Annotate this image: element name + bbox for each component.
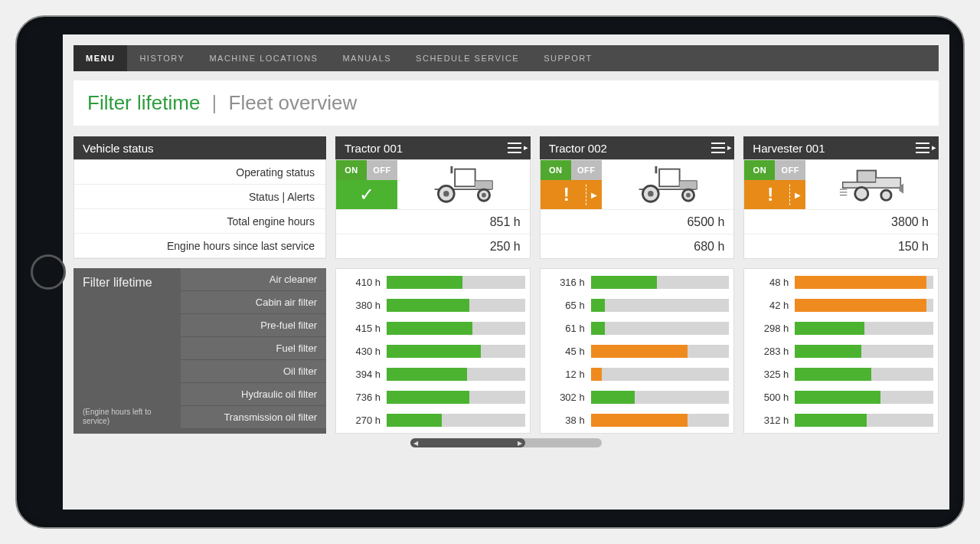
filter-row: 38 h xyxy=(545,408,730,431)
menu-icon[interactable] xyxy=(508,143,521,153)
filter-row: 325 h xyxy=(749,362,933,385)
vehicle-name: Tractor 001 xyxy=(345,142,403,155)
page-title: Filter lifetime | Fleet overview xyxy=(74,80,939,126)
status-alert-warn[interactable]: ▶ xyxy=(541,180,602,209)
filter-bar xyxy=(591,276,730,289)
tablet-frame: MENUHISTORYMACHINE LOCATIONSMANUALSSCHED… xyxy=(15,15,965,529)
filter-hours-value: 415 h xyxy=(341,323,381,334)
filter-hours-value: 283 h xyxy=(749,346,789,357)
vehicle-name: Tractor 002 xyxy=(549,142,607,155)
scroll-thumb[interactable]: ◀▶ xyxy=(410,438,525,447)
navbar: MENUHISTORYMACHINE LOCATIONSMANUALSSCHED… xyxy=(74,45,939,71)
nav-item[interactable]: MACHINE LOCATIONS xyxy=(197,45,330,71)
filter-bar xyxy=(387,345,525,358)
filter-name-row: Oil filter xyxy=(181,360,326,383)
hours-since-service: 250 h xyxy=(336,234,530,258)
filter-hours-value: 298 h xyxy=(749,323,789,334)
filter-bar xyxy=(387,368,525,381)
operating-toggle[interactable]: ONOFF xyxy=(541,160,602,180)
toggle-off[interactable]: OFF xyxy=(571,160,602,180)
toggle-off[interactable]: OFF xyxy=(367,160,397,180)
horizontal-scrollbar[interactable]: ◀▶ xyxy=(74,438,939,447)
alert-expand-icon[interactable]: ▶ xyxy=(586,185,597,205)
filter-bar xyxy=(591,299,730,312)
operating-toggle[interactable]: ONOFF xyxy=(336,160,397,180)
filter-hours-value: 736 h xyxy=(341,392,381,403)
filter-row: 302 h xyxy=(545,385,730,408)
total-engine-hours: 851 h xyxy=(336,209,530,234)
filter-hours-value: 61 h xyxy=(545,323,585,334)
toggle-on[interactable]: ON xyxy=(541,160,571,180)
vehicle-image xyxy=(805,160,938,209)
filter-hours-value: 42 h xyxy=(749,300,789,311)
filter-row: 283 h xyxy=(749,339,933,362)
filter-bar xyxy=(795,322,933,335)
nav-item[interactable]: MANUALS xyxy=(330,45,403,71)
filter-hours-value: 410 h xyxy=(341,277,381,288)
filter-row: 48 h xyxy=(749,270,933,293)
nav-item[interactable]: HISTORY xyxy=(127,45,197,71)
filter-name-row: Air cleaner xyxy=(181,268,326,291)
operating-toggle[interactable]: ONOFF xyxy=(744,160,805,180)
filter-hours-value: 48 h xyxy=(749,277,789,288)
menu-icon[interactable] xyxy=(916,143,929,153)
nav-item[interactable]: SUPPORT xyxy=(531,45,604,71)
nav-item[interactable]: SCHEDULE SERVICE xyxy=(403,45,531,71)
vehicle-header[interactable]: Tractor 002 xyxy=(540,136,735,159)
filter-hours-value: 316 h xyxy=(545,277,585,288)
vehicle-status-title: Vehicle status xyxy=(83,142,154,155)
total-engine-hours: 6500 h xyxy=(541,209,734,234)
filter-column: 316 h65 h61 h45 h12 h302 h38 h xyxy=(540,268,735,434)
filter-row: 65 h xyxy=(545,293,730,316)
filter-hours-value: 302 h xyxy=(545,392,585,403)
filter-row: 736 h xyxy=(341,385,525,408)
filter-bar xyxy=(591,322,730,335)
filter-title: Filter lifetime xyxy=(83,276,172,290)
filter-row: 270 h xyxy=(341,408,525,431)
vehicle-header[interactable]: Harvester 001 xyxy=(743,136,939,159)
vehicle-column: Tractor 001ONOFF851 h250 h xyxy=(335,136,531,259)
filter-bar xyxy=(591,368,730,381)
filter-bar xyxy=(795,368,933,381)
status-label-row: Status | Alerts xyxy=(74,185,325,209)
status-label-row: Operating status xyxy=(74,160,325,185)
status-alert-ok[interactable] xyxy=(336,180,397,209)
filter-hours-value: 380 h xyxy=(341,300,381,311)
filter-name-row: Pre-fuel filter xyxy=(181,314,326,337)
filter-row: 394 h xyxy=(341,362,525,385)
filter-bar xyxy=(387,299,525,312)
filter-hours-value: 325 h xyxy=(749,369,789,380)
title-sub: Fleet overview xyxy=(229,91,358,114)
status-labels: Operating statusStatus | AlertsTotal eng… xyxy=(74,159,326,259)
filter-note: (Engine hours left to service) xyxy=(83,408,172,426)
filter-bar xyxy=(795,299,933,312)
toggle-on[interactable]: ON xyxy=(336,160,367,180)
filter-hours-value: 430 h xyxy=(341,346,381,357)
home-button[interactable] xyxy=(31,254,66,290)
toggle-on[interactable]: ON xyxy=(744,160,775,180)
status-label-row: Total engine hours xyxy=(74,209,325,234)
filter-hours-value: 312 h xyxy=(749,415,789,426)
filter-bar xyxy=(387,276,525,289)
filter-labels-panel: Filter lifetime (Engine hours left to se… xyxy=(74,268,326,434)
filter-row: 500 h xyxy=(749,385,933,408)
toggle-off[interactable]: OFF xyxy=(775,160,805,180)
vehicle-column: Harvester 001ONOFF▶3800 h150 h xyxy=(743,136,939,259)
filter-hours-value: 270 h xyxy=(341,415,381,426)
filter-name-row: Transmission oil filter xyxy=(181,406,326,429)
filter-bar xyxy=(795,345,933,358)
vehicle-header[interactable]: Tractor 001 xyxy=(335,136,531,159)
vehicle-image xyxy=(397,160,530,209)
filter-bar xyxy=(387,414,525,427)
filter-bar xyxy=(795,414,933,427)
alert-expand-icon[interactable]: ▶ xyxy=(789,185,801,205)
filter-row: 380 h xyxy=(341,293,525,316)
title-main: Filter lifetime xyxy=(87,91,200,114)
menu-icon[interactable] xyxy=(711,143,725,153)
filter-bar xyxy=(387,322,525,335)
nav-item[interactable]: MENU xyxy=(74,45,127,71)
filter-bar xyxy=(795,391,933,404)
hours-since-service: 150 h xyxy=(744,234,938,258)
status-alert-warn[interactable]: ▶ xyxy=(744,180,805,209)
filter-row: 298 h xyxy=(749,316,933,339)
